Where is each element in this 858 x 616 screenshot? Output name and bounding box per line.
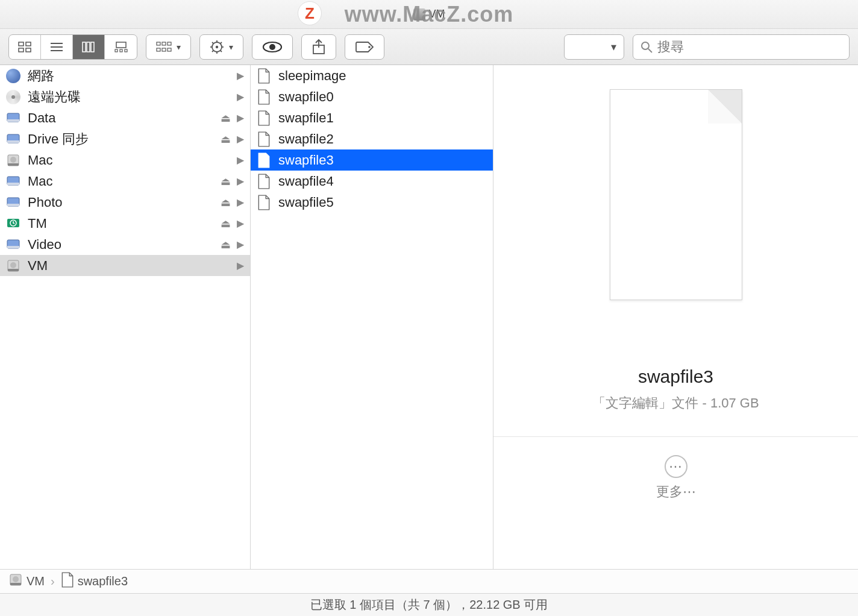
sidebar-item-label: Drive 同步 bbox=[28, 130, 214, 148]
svg-rect-15 bbox=[162, 42, 166, 45]
sidebar-item[interactable]: Mac▶ bbox=[0, 149, 250, 171]
file-icon bbox=[255, 174, 272, 189]
sidebar-item[interactable]: TM⏏▶ bbox=[0, 213, 250, 234]
svg-line-29 bbox=[221, 42, 222, 43]
sidebar-item-icon bbox=[5, 259, 22, 273]
file-row[interactable]: swapfile0 bbox=[251, 86, 493, 107]
sidebar-item[interactable]: 遠端光碟▶ bbox=[0, 86, 250, 107]
file-row[interactable]: swapfile4 bbox=[251, 171, 493, 192]
sidebar-item[interactable]: 網路▶ bbox=[0, 65, 250, 86]
svg-rect-1 bbox=[26, 42, 31, 46]
chevron-right-icon: ▶ bbox=[237, 91, 244, 102]
eject-icon[interactable]: ⏏ bbox=[221, 196, 231, 209]
path-segment-label: VM bbox=[27, 574, 45, 588]
preview-filename: swapfile3 bbox=[638, 366, 713, 387]
sidebar-item[interactable]: Data⏏▶ bbox=[0, 107, 250, 128]
svg-rect-7 bbox=[83, 42, 86, 52]
chevron-down-icon: ▾ bbox=[611, 40, 616, 54]
title-volume-icon bbox=[413, 8, 425, 20]
path-segment[interactable]: swapfile3 bbox=[61, 572, 128, 591]
sidebar-item-label: Photo bbox=[28, 195, 214, 210]
svg-rect-14 bbox=[157, 42, 160, 45]
file-label: swapfile0 bbox=[278, 89, 487, 105]
svg-rect-57 bbox=[10, 583, 21, 585]
pathbar: VM›swapfile3 bbox=[0, 569, 858, 593]
sidebar-item[interactable]: Photo⏏▶ bbox=[0, 192, 250, 213]
file-row[interactable]: swapfile5 bbox=[251, 192, 493, 213]
file-label: swapfile3 bbox=[278, 152, 487, 168]
sidebar-item-icon bbox=[5, 195, 22, 210]
svg-rect-47 bbox=[7, 204, 19, 206]
chevron-down-icon: ▾ bbox=[177, 42, 181, 52]
path-segment[interactable]: VM bbox=[8, 573, 45, 590]
svg-rect-54 bbox=[8, 269, 19, 271]
svg-line-26 bbox=[212, 42, 213, 43]
toolbar-dropdown[interactable]: ▾ bbox=[564, 34, 624, 60]
view-mode-segmented bbox=[8, 34, 137, 60]
eject-icon[interactable]: ⏏ bbox=[221, 217, 231, 230]
eject-icon[interactable]: ⏏ bbox=[221, 133, 231, 146]
eject-icon[interactable]: ⏏ bbox=[221, 112, 231, 125]
sidebar-item[interactable]: VM▶ bbox=[0, 255, 250, 276]
file-label: swapfile2 bbox=[278, 131, 487, 147]
sidebar-item[interactable]: Drive 同步⏏▶ bbox=[0, 128, 250, 149]
sidebar-item-icon bbox=[5, 153, 22, 168]
file-icon bbox=[255, 195, 272, 210]
group-by-button[interactable]: ▾ bbox=[146, 34, 191, 60]
svg-rect-10 bbox=[116, 42, 126, 48]
file-icon bbox=[255, 131, 272, 147]
file-label: swapfile5 bbox=[278, 195, 487, 210]
view-gallery-button[interactable] bbox=[105, 35, 137, 59]
sidebar-item-icon bbox=[5, 90, 22, 104]
sidebar-item-label: Mac bbox=[28, 174, 214, 189]
file-row[interactable]: swapfile2 bbox=[251, 128, 493, 149]
tags-button[interactable] bbox=[345, 34, 384, 60]
svg-rect-13 bbox=[125, 49, 127, 52]
svg-point-53 bbox=[10, 262, 16, 268]
sidebar-item-icon bbox=[5, 174, 22, 189]
content-area: 網路▶遠端光碟▶Data⏏▶Drive 同步⏏▶Mac▶Mac⏏▶Photo⏏▶… bbox=[0, 65, 858, 569]
action-menu-button[interactable]: ▾ bbox=[199, 34, 243, 60]
view-icon-button[interactable] bbox=[9, 35, 41, 59]
eject-icon[interactable]: ⏏ bbox=[221, 238, 231, 251]
svg-rect-19 bbox=[168, 48, 171, 51]
view-columns-button[interactable] bbox=[73, 35, 105, 59]
path-segment-icon bbox=[8, 573, 23, 590]
file-icon bbox=[255, 110, 272, 126]
chevron-right-icon: ▶ bbox=[237, 175, 244, 187]
preview-thumbnail bbox=[610, 89, 742, 300]
sidebar-item-icon bbox=[5, 237, 22, 252]
chevron-right-icon: ▶ bbox=[237, 70, 244, 81]
more-button[interactable]: ⋯ bbox=[665, 455, 687, 478]
view-list-button[interactable] bbox=[41, 35, 73, 59]
path-segment-label: swapfile3 bbox=[78, 574, 128, 588]
share-button[interactable] bbox=[301, 34, 336, 60]
svg-point-42 bbox=[10, 157, 16, 163]
chevron-down-icon: ▾ bbox=[229, 42, 233, 52]
svg-rect-45 bbox=[7, 183, 19, 185]
svg-point-34 bbox=[368, 46, 371, 48]
svg-rect-9 bbox=[91, 42, 94, 52]
svg-point-21 bbox=[216, 45, 218, 48]
search-field[interactable] bbox=[633, 34, 850, 60]
chevron-right-icon: ▶ bbox=[237, 196, 244, 208]
preview-meta: 「文字編輯」文件 - 1.07 GB bbox=[592, 394, 759, 412]
sidebar-item[interactable]: Mac⏏▶ bbox=[0, 171, 250, 192]
file-row[interactable]: swapfile3 bbox=[251, 149, 493, 171]
file-row[interactable]: sleepimage bbox=[251, 65, 493, 86]
svg-rect-38 bbox=[7, 119, 19, 122]
svg-rect-11 bbox=[115, 49, 117, 52]
search-input[interactable] bbox=[657, 39, 842, 55]
sidebar-item-label: Data bbox=[28, 110, 214, 126]
sidebar-item-label: Mac bbox=[28, 152, 231, 168]
file-row[interactable]: swapfile1 bbox=[251, 107, 493, 128]
chevron-right-icon: ▶ bbox=[237, 154, 244, 166]
eject-icon[interactable]: ⏏ bbox=[221, 175, 231, 188]
svg-rect-16 bbox=[168, 42, 171, 45]
page-fold-icon bbox=[708, 90, 742, 124]
quicklook-button[interactable] bbox=[252, 34, 293, 60]
svg-rect-18 bbox=[162, 48, 166, 51]
svg-rect-51 bbox=[7, 246, 19, 248]
sidebar-item[interactable]: Video⏏▶ bbox=[0, 234, 250, 255]
preview-pane: swapfile3 「文字編輯」文件 - 1.07 GB ⋯ 更多⋯ bbox=[493, 65, 858, 569]
